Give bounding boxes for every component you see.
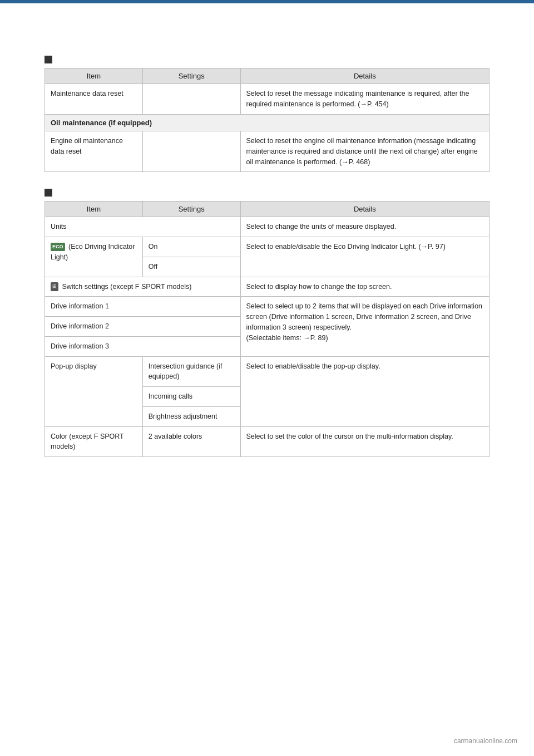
color-settings: 2 available colors [142,426,240,457]
table-row: Pop-up display Intersection guidance (if… [45,356,490,387]
units-details: Select to change the units of measure di… [240,217,489,237]
popup-item: Pop-up display [45,356,143,426]
units-item: Units [45,217,241,237]
section2-header-item: Item [45,202,143,217]
top-bar [0,0,534,3]
row1-item: Maintenance data reset [45,84,143,115]
content-area: Item Settings Details Maintenance data r… [0,11,534,518]
row2-details: Select to reset the engine oil maintenan… [240,131,489,172]
subheader-cell: Oil maintenance (if equipped) [45,114,490,131]
eco-icon: ECO [51,243,65,252]
section1-table: Item Settings Details Maintenance data r… [44,68,490,172]
row2-settings [142,131,240,172]
eco-settings-on: On [142,237,240,257]
section2-marker [44,189,490,197]
section1-header-details: Details [240,68,489,84]
row1-details: Select to reset the message indicating m… [240,84,489,115]
table-row: Engine oil maintenance data reset Select… [45,131,490,172]
section2-table: Item Settings Details Units Select to ch… [44,201,490,457]
eco-settings-off: Off [142,257,240,277]
popup-settings-calls: Incoming calls [142,387,240,407]
row1-settings [142,84,240,115]
page-container: Item Settings Details Maintenance data r… [0,0,534,756]
table-row: Color (except F SPORT models) 2 availabl… [45,426,490,457]
drive-info-1-item: Drive information 1 [45,297,241,317]
section2-header-settings: Settings [142,202,240,217]
subheader-row: Oil maintenance (if equipped) [45,114,490,131]
eco-details: Select to enable/disable the Eco Driving… [240,237,489,277]
table-row: Drive information 1 Select to select up … [45,297,490,317]
watermark: carmanualonline.com [454,737,517,745]
row2-item: Engine oil maintenance data reset [45,131,143,172]
section2-header-details: Details [240,202,489,217]
drive-info-3-item: Drive information 3 [45,336,241,356]
switch-item: ⊞ Switch settings (except F SPORT models… [45,277,241,297]
color-details: Select to set the color of the cursor on… [240,426,489,457]
table-row: Units Select to change the units of meas… [45,217,490,237]
drive-info-details: Select to select up to 2 items that will… [240,297,489,356]
switch-icon: ⊞ [51,282,58,291]
eco-item: ECO (Eco Driving Indicator Light) [45,237,143,277]
switch-details: Select to display how to change the top … [240,277,489,297]
popup-settings-intersection: Intersection guidance (if equipped) [142,356,240,387]
section2-marker-square [44,189,52,197]
section1-header-item: Item [45,68,143,84]
section1-marker [44,56,490,63]
popup-settings-brightness: Brightness adjustment [142,406,240,426]
table-row: Maintenance data reset Select to reset t… [45,84,490,115]
table-row: ECO (Eco Driving Indicator Light) On Sel… [45,237,490,257]
section1-header-settings: Settings [142,68,240,84]
section1-marker-square [44,56,52,63]
color-item: Color (except F SPORT models) [45,426,143,457]
drive-info-2-item: Drive information 2 [45,317,241,337]
popup-details: Select to enable/disable the pop-up disp… [240,356,489,426]
switch-label: Switch settings (except F SPORT models) [62,283,191,291]
table-row: ⊞ Switch settings (except F SPORT models… [45,277,490,297]
